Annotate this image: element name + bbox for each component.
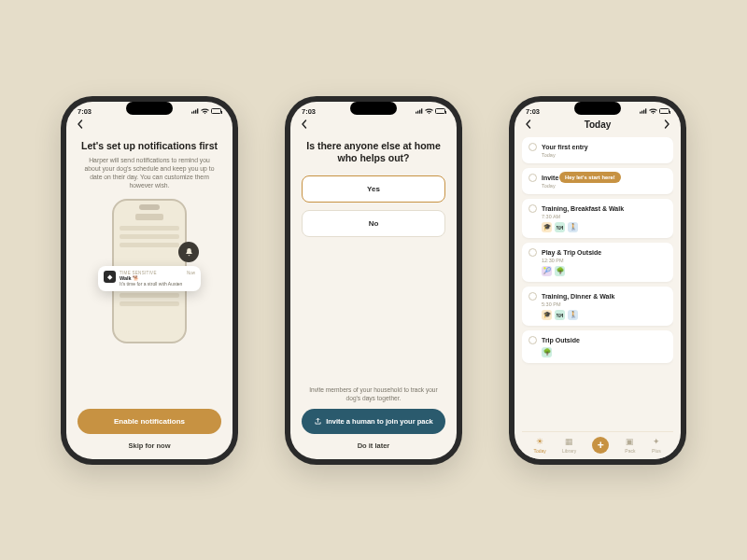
svg-rect-10 — [643, 110, 644, 114]
phone-notifications: 7:03 Let's set up notifications first Ha… — [61, 96, 238, 465]
calendar-icon: ▦ — [564, 437, 574, 447]
tab-label: Today — [534, 448, 546, 454]
timeline-item[interactable]: Training, Dinner & Walk 5:30 PM 🎓 🍽 🚶 — [522, 287, 673, 326]
check-circle-icon[interactable] — [529, 143, 537, 151]
svg-rect-1 — [193, 111, 194, 114]
tab-bar: ☀ Today ▦ Library + ▣ Pack ✦ Plus — [522, 431, 673, 459]
add-button[interactable]: + — [592, 437, 609, 454]
next-day-icon[interactable] — [662, 119, 671, 129]
status-time: 7:03 — [78, 107, 92, 116]
check-circle-icon[interactable] — [529, 248, 537, 257]
timeline-item[interactable]: Your first entry Today — [522, 137, 673, 163]
item-title: Trip Outside — [542, 337, 580, 343]
svg-rect-4 — [416, 112, 416, 114]
tab-plus[interactable]: ✦ Plus — [651, 437, 661, 454]
svg-rect-2 — [195, 110, 196, 114]
wifi-icon — [201, 108, 209, 115]
training-icon: 🎓 — [542, 310, 552, 320]
meal-icon: 🍽 — [555, 222, 565, 232]
play-icon: 🎾 — [542, 266, 552, 276]
svg-rect-0 — [191, 112, 192, 114]
nav-bar — [290, 118, 457, 133]
screen-notifications: 7:03 Let's set up notifications first Ha… — [66, 102, 233, 459]
invite-button[interactable]: Invite a human to join your pack — [302, 409, 445, 434]
svg-rect-9 — [641, 111, 642, 114]
activity-tags: 🎓 🍽 🚶 — [542, 310, 667, 320]
item-time: Today — [542, 152, 667, 158]
svg-rect-3 — [197, 108, 198, 113]
app-icon: ◆ — [104, 271, 116, 283]
do-later-button[interactable]: Do it later — [302, 434, 445, 452]
svg-rect-5 — [417, 111, 418, 114]
item-title: Training, Dinner & Walk — [542, 293, 614, 300]
helper-text: Invite members of your household to trac… — [302, 386, 445, 402]
screen2-title: Is there anyone else at home who helps o… — [302, 140, 445, 164]
bell-icon — [178, 242, 199, 262]
check-circle-icon[interactable] — [529, 174, 537, 182]
status-indicators — [640, 108, 669, 115]
wifi-icon — [425, 108, 433, 115]
status-indicators — [416, 108, 445, 115]
sparkle-icon: ✦ — [651, 437, 661, 447]
screen-household: 7:03 Is there anyone else at home who he… — [290, 102, 457, 459]
check-circle-icon[interactable] — [529, 292, 537, 301]
svg-rect-11 — [645, 108, 646, 113]
tab-label: Library — [562, 448, 576, 454]
tab-label: Plus — [652, 448, 661, 454]
training-icon: 🎓 — [542, 222, 552, 232]
check-circle-icon[interactable] — [529, 204, 537, 213]
battery-icon — [211, 108, 221, 114]
timeline-item[interactable]: Trip Outside 🌳 — [522, 330, 673, 363]
share-icon — [314, 417, 322, 426]
phone-household: 7:03 Is there anyone else at home who he… — [285, 96, 462, 465]
check-circle-icon[interactable] — [529, 336, 537, 344]
item-title: Invite — [542, 175, 558, 181]
item-time: 7:30 AM — [542, 214, 667, 219]
outside-icon: 🌳 — [542, 347, 552, 357]
nav-bar — [66, 118, 233, 133]
back-icon[interactable] — [76, 119, 85, 129]
item-title: Play & Trip Outside — [542, 249, 601, 256]
screen1-title: Let's set up notifications first — [78, 140, 221, 152]
signal-icon — [191, 108, 199, 114]
screen3-title: Today — [585, 119, 612, 130]
timeline-item[interactable]: Play & Trip Outside 12:30 PM 🎾 🌳 — [522, 243, 673, 282]
notif-body: It's time for a stroll with Austen — [120, 281, 195, 287]
activity-tags: 🎾 🌳 — [542, 266, 667, 276]
option-no-button[interactable]: No — [302, 210, 445, 237]
item-time: Today — [542, 183, 667, 189]
battery-icon — [435, 108, 445, 114]
status-time: 7:03 — [526, 107, 540, 116]
timeline-item[interactable]: Training, Breakfast & Walk 7:30 AM 🎓 🍽 🚶 — [522, 199, 673, 238]
walk-icon: 🚶 — [568, 310, 578, 320]
signal-icon — [416, 108, 423, 114]
pack-icon: ▣ — [625, 437, 635, 447]
enable-notifications-button[interactable]: Enable notifications — [78, 409, 221, 434]
tab-library[interactable]: ▦ Library — [562, 437, 576, 454]
svg-rect-6 — [419, 110, 420, 114]
prev-day-icon[interactable] — [524, 119, 533, 129]
invite-label: Invite a human to join your pack — [326, 417, 433, 426]
tab-today[interactable]: ☀ Today — [534, 437, 546, 454]
activity-tags: 🌳 — [542, 347, 667, 357]
status-time: 7:03 — [302, 107, 316, 116]
walk-icon: 🚶 — [568, 222, 578, 232]
notification-card: ◆ TIME SENSITIVE Now Walk 🐕 It's time fo… — [98, 266, 201, 291]
tab-pack[interactable]: ▣ Pack — [625, 437, 635, 454]
timeline-list: Your first entry Today Invite Today Hey … — [522, 137, 673, 431]
start-here-tooltip: Hey let's start here! — [559, 172, 621, 183]
skip-button[interactable]: Skip for now — [78, 434, 221, 452]
preview-illustration: ◆ TIME SENSITIVE Now Walk 🐕 It's time fo… — [98, 199, 201, 343]
screen-today: 7:03 Today Your first entry Today Invite… — [514, 102, 681, 459]
timeline-item[interactable]: Invite Today Hey let's start here! — [522, 168, 673, 194]
item-title: Training, Breakfast & Walk — [542, 205, 624, 212]
back-icon[interactable] — [300, 119, 309, 129]
nav-bar: Today — [514, 118, 681, 133]
item-time: 12:30 PM — [542, 258, 667, 263]
svg-rect-8 — [640, 112, 641, 114]
tab-label: Pack — [625, 448, 635, 454]
meal-icon: 🍽 — [555, 310, 565, 320]
sun-icon: ☀ — [535, 437, 545, 447]
option-yes-button[interactable]: Yes — [302, 175, 445, 203]
outside-icon: 🌳 — [555, 266, 565, 276]
